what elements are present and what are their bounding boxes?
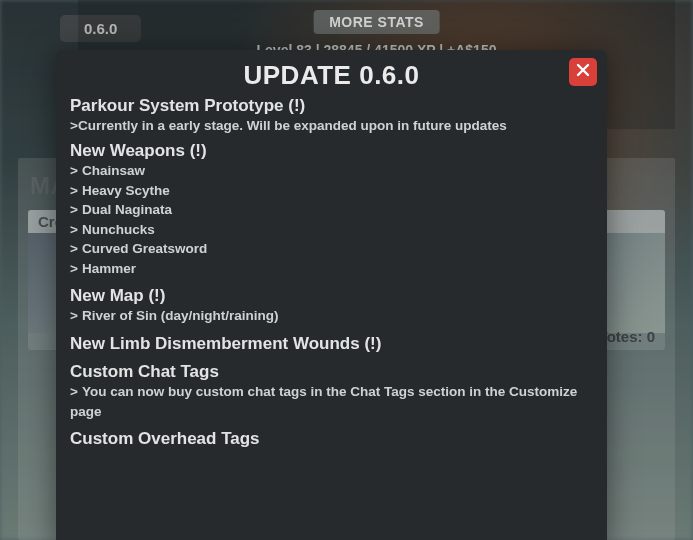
section-heading: Custom Overhead Tags <box>70 429 583 449</box>
more-stats-button[interactable]: MORE STATS <box>313 10 440 34</box>
list-item: >Chainsaw <box>70 161 583 181</box>
list-item: >You can now buy custom chat tags in the… <box>70 382 583 421</box>
list-item: >Dual Naginata <box>70 200 583 220</box>
list-item: >Heavy Scythe <box>70 181 583 201</box>
list-item: >Hammer <box>70 259 583 279</box>
list-item: >River of Sin (day/night/raining) <box>70 306 583 326</box>
section-heading: New Map (!) <box>70 286 583 306</box>
list-item: >Curved Greatsword <box>70 239 583 259</box>
close-icon <box>575 62 591 82</box>
section-heading: Parkour System Prototype (!) <box>70 96 583 116</box>
update-modal: UPDATE 0.6.0 Parkour System Prototype (!… <box>56 50 607 540</box>
section-heading: New Weapons (!) <box>70 141 583 161</box>
section-heading: Custom Chat Tags <box>70 362 583 382</box>
list-item: >Nunchucks <box>70 220 583 240</box>
modal-body-scroll[interactable]: Parkour System Prototype (!) >Currently … <box>70 96 593 540</box>
section-heading: New Limb Dismemberment Wounds (!) <box>70 334 583 354</box>
section-note: >Currently in a early stage. Will be exp… <box>70 118 583 133</box>
modal-close-button[interactable] <box>569 58 597 86</box>
modal-title: UPDATE 0.6.0 <box>56 60 607 91</box>
